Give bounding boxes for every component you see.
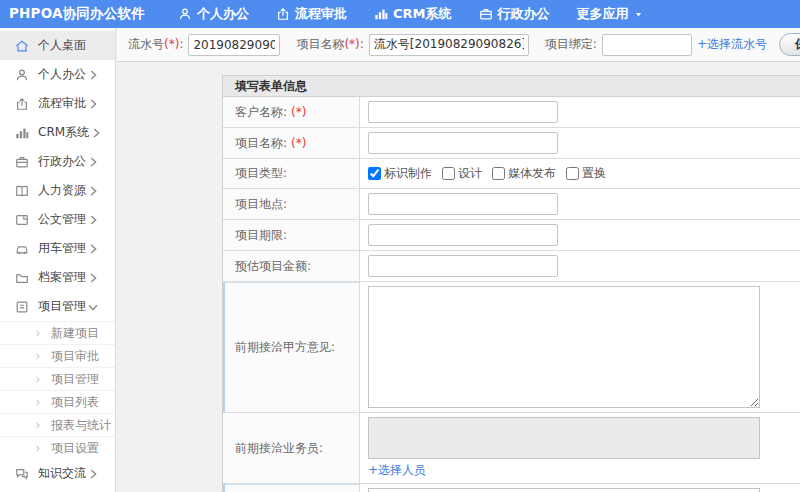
serial-input[interactable] [188, 34, 280, 56]
sidebar-item-7[interactable]: 用车管理 [0, 234, 115, 263]
form-row: 前期接洽甲方意见: [223, 282, 800, 413]
sidebar-item-label: CRM系统 [38, 124, 89, 141]
field-label: 前期接洽业务员: [223, 413, 360, 483]
briefcase-icon [15, 155, 29, 169]
caret-down-icon [634, 10, 643, 19]
textarea-input[interactable] [368, 488, 760, 492]
field-label-text: 项目期限: [235, 227, 287, 244]
nav-item-0[interactable]: 个人办公 [178, 5, 249, 23]
field-value [360, 282, 800, 412]
home-icon [15, 39, 29, 53]
serial-label: 流水号(*): [128, 36, 183, 53]
sidebar-item-5[interactable]: 人力资源 [0, 176, 115, 205]
chevron-right-icon [89, 126, 103, 140]
book-icon [15, 184, 29, 198]
field-label-text: 前期接洽业务员: [235, 440, 323, 457]
chevron-right-icon [86, 155, 100, 169]
sidebar-item-label: 流程审批 [38, 95, 86, 112]
sidebar-subitem-label: 项目审批 [51, 348, 99, 365]
checkbox-option[interactable]: 设计 [442, 165, 482, 182]
text-input[interactable] [368, 193, 558, 215]
sidebar-item-label: 档案管理 [38, 269, 86, 286]
textarea-input[interactable] [368, 286, 760, 408]
sidebar-item-0[interactable]: 个人桌面 [0, 31, 115, 60]
sidebar-subitem[interactable]: 新建项目 [0, 321, 115, 344]
field-label: 项目地点: [223, 189, 360, 219]
sidebar-item-6[interactable]: 公文管理 [0, 205, 115, 234]
doc-icon [15, 213, 29, 227]
field-label-text: 客户名称: [235, 104, 287, 121]
chevron-right-icon [86, 213, 100, 227]
sidebar-item-3[interactable]: CRM系统 [0, 118, 115, 147]
project-bind-input[interactable] [602, 34, 692, 56]
field-label: 项目期限: [223, 220, 360, 250]
field-label: 项目名称:(*) [223, 128, 360, 158]
sidebar-subitem[interactable]: 项目设置 [0, 436, 115, 459]
nav-item-3[interactable]: 行政办公 [479, 5, 550, 23]
field-value [360, 484, 800, 492]
flow-icon [276, 7, 290, 21]
checkbox-label: 媒体发布 [508, 165, 556, 182]
sidebar-item-2[interactable]: 流程审批 [0, 89, 115, 118]
form-row: 项目类型:标识制作设计媒体发布置换 [223, 159, 800, 189]
sidebar-item-4[interactable]: 行政办公 [0, 147, 115, 176]
text-input[interactable] [368, 224, 558, 246]
chevron-right-icon [86, 271, 100, 285]
text-input[interactable] [368, 255, 558, 277]
sidebar-item-label: 公文管理 [38, 211, 86, 228]
form-row [223, 484, 800, 492]
save-button[interactable]: 保 存 [779, 33, 800, 56]
chevron-right-icon [33, 444, 42, 453]
sidebar-item-1[interactable]: 个人办公 [0, 60, 115, 89]
select-person-link[interactable]: +选择人员 [368, 462, 426, 479]
project-name-label: 项目名称(*): [296, 36, 363, 53]
checkbox[interactable] [566, 167, 579, 180]
sidebar-item-9[interactable]: 项目管理 [0, 292, 115, 321]
field-label: 客户名称:(*) [223, 97, 360, 127]
required-mark: (*) [291, 105, 306, 119]
chevron-right-icon [86, 68, 100, 82]
checkbox-option[interactable]: 置换 [566, 165, 606, 182]
sidebar: 个人桌面个人办公流程审批CRM系统行政办公人力资源公文管理用车管理档案管理项目管… [0, 28, 116, 492]
project-name-input[interactable] [369, 34, 529, 56]
field-label-text: 项目地点: [235, 196, 287, 213]
sidebar-item-label: 知识交流 [38, 465, 86, 482]
nav-item-4[interactable]: 更多应用 [577, 5, 643, 23]
sidebar-subitem[interactable]: 报表与统计 [0, 413, 115, 436]
checkbox-option[interactable]: 媒体发布 [492, 165, 556, 182]
chat-icon [15, 467, 29, 481]
checkbox[interactable] [368, 167, 381, 180]
project-icon [15, 300, 29, 314]
sidebar-subitem-label: 新建项目 [51, 325, 99, 342]
checkbox[interactable] [442, 167, 455, 180]
form-row: 前期接洽业务员:+选择人员 [223, 413, 800, 484]
sidebar-item-8[interactable]: 档案管理 [0, 263, 115, 292]
checkbox[interactable] [492, 167, 505, 180]
sidebar-subitem-label: 项目管理 [51, 371, 99, 388]
checkbox-option[interactable]: 标识制作 [368, 165, 432, 182]
text-input[interactable] [368, 132, 558, 154]
field-value [360, 220, 800, 250]
chart-icon [15, 126, 29, 140]
sidebar-subitem[interactable]: 项目列表 [0, 390, 115, 413]
top-header: PHPOA协同办公软件 个人办公流程审批CRM系统行政办公更多应用 [0, 0, 800, 28]
nav-item-1[interactable]: 流程审批 [276, 5, 347, 23]
sidebar-item-label: 个人桌面 [38, 37, 105, 54]
required-mark: (*) [291, 136, 306, 150]
field-label-text: 预估项目金额: [235, 258, 311, 275]
car-icon [15, 242, 29, 256]
sidebar-subitem[interactable]: 项目管理 [0, 367, 115, 390]
field-value [360, 189, 800, 219]
sidebar-item-10[interactable]: 知识交流 [0, 459, 115, 488]
sidebar-item-label: 项目管理 [38, 298, 86, 315]
chevron-right-icon [33, 329, 42, 338]
chevron-right-icon [33, 421, 42, 430]
nav-item-label: 个人办公 [197, 5, 249, 23]
select-serial-link[interactable]: +选择流水号 [697, 36, 767, 53]
sidebar-subitem[interactable]: 项目审批 [0, 344, 115, 367]
top-nav: 个人办公流程审批CRM系统行政办公更多应用 [178, 5, 670, 23]
nav-item-2[interactable]: CRM系统 [374, 5, 452, 23]
user-icon [15, 68, 29, 82]
text-input[interactable] [368, 101, 558, 123]
flow-icon [15, 97, 29, 111]
